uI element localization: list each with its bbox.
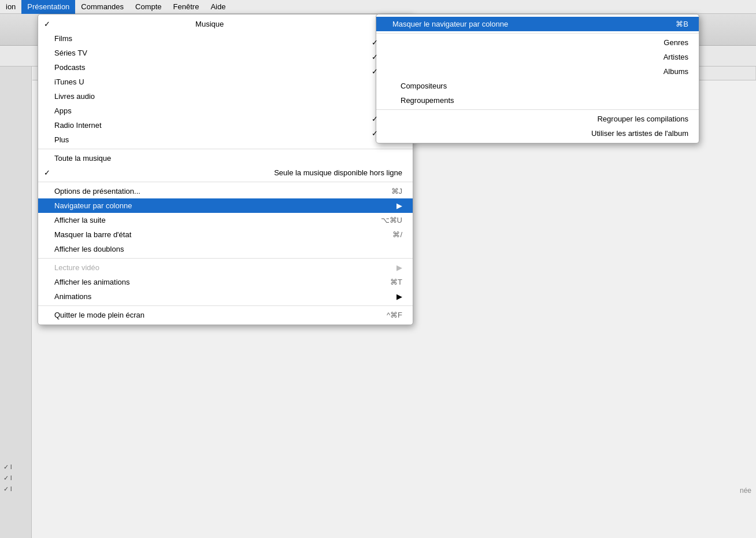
submenu-item-utiliser-artistes[interactable]: Utiliser les artistes de l'album [376, 126, 699, 141]
menu-item-navigateur-colonne[interactable]: Navigateur par colonne ▶ [38, 198, 413, 213]
submenu-item-albums[interactable]: Albums [376, 64, 699, 79]
menu-bar: ion Présentation Commandes Compte Fenêtr… [0, 0, 756, 14]
menu-ion[interactable]: ion [0, 0, 21, 14]
menu-item-musique[interactable]: Musique ⌘& [38, 17, 413, 31]
menu-item-afficher-animations[interactable]: Afficher les animations ⌘T [38, 275, 413, 289]
menu-item-itunes-u[interactable]: iTunes U ⌘( [38, 75, 413, 89]
menu-aide[interactable]: Aide [205, 0, 231, 14]
submenu-item-compositeurs[interactable]: Compositeurs [376, 79, 699, 93]
sidebar-checks: ✓ l ✓ l ✓ l [0, 462, 32, 495]
submenu-divider-1 [376, 33, 699, 34]
menu-item-afficher-suite[interactable]: Afficher la suite ⌥⌘U [38, 213, 413, 227]
submenu-navigateur-colonne: Masquer le navigateur par colonne ⌘B Gen… [376, 14, 699, 143]
menu-item-livres-audio[interactable]: Livres audio ⌘§ [38, 89, 413, 104]
submenu-divider-2 [376, 109, 699, 110]
menu-item-lecture-video[interactable]: Lecture vidéo ▶ [38, 260, 413, 275]
menu-item-series-tv[interactable]: Séries TV ⌘" [38, 46, 413, 60]
menu-item-masquer-barre[interactable]: Masquer la barre d'état ⌘/ [38, 227, 413, 242]
menu-item-animations[interactable]: Animations ▶ [38, 289, 413, 304]
menu-divider-3 [38, 258, 413, 259]
menu-compte[interactable]: Compte [129, 0, 168, 14]
menu-item-films[interactable]: Films ⌘É [38, 31, 413, 46]
lecture-arrow-icon: ▶ [396, 263, 402, 272]
check-item-2: ✓ l [0, 473, 32, 484]
menu-item-toute-musique[interactable]: Toute la musique [38, 151, 413, 165]
submenu-item-artistes[interactable]: Artistes [376, 50, 699, 64]
menu-item-podcasts[interactable]: Podcasts ⌘' [38, 60, 413, 75]
submenu-item-regroupements[interactable]: Regroupements [376, 93, 699, 108]
submenu-item-regrouper-compilations[interactable]: Regrouper les compilations [376, 112, 699, 126]
submenu-item-masquer-nav[interactable]: Masquer le navigateur par colonne ⌘B [376, 17, 699, 31]
menu-commandes[interactable]: Commandes [75, 0, 129, 14]
check-item-3: ✓ l [0, 484, 32, 495]
sidebar: 🎵 [0, 14, 32, 538]
menu-divider-1 [38, 149, 413, 149]
menu-fenetre[interactable]: Fenêtre [168, 0, 205, 14]
animations-arrow-icon: ▶ [396, 292, 402, 301]
menu-item-afficher-doublons[interactable]: Afficher les doublons [38, 242, 413, 256]
presentation-dropdown: Musique ⌘& Films ⌘É Séries TV ⌘" Podcast… [38, 14, 413, 325]
menu-divider-2 [38, 182, 413, 182]
menu-item-radio-internet[interactable]: Radio Internet ⌘Ç [38, 118, 413, 132]
menu-item-seule-musique[interactable]: Seule la musique disponible hors ligne [38, 165, 413, 180]
menu-item-plus[interactable]: Plus ▶ [38, 132, 413, 147]
submenu-item-genres[interactable]: Genres [376, 35, 699, 50]
check-item-1: ✓ l [0, 462, 32, 473]
menu-presentation[interactable]: Présentation [21, 0, 75, 14]
menu-item-quitter-plein-ecran[interactable]: Quitter le mode plein écran ^⌘F [38, 308, 413, 322]
colonne-arrow-icon: ▶ [396, 201, 402, 210]
menu-item-options-presentation[interactable]: Options de présentation... ⌘J [38, 184, 413, 198]
menu-item-apps[interactable]: Apps ⌘È [38, 104, 413, 118]
menu-divider-4 [38, 305, 413, 306]
year-label: née [740, 487, 751, 495]
